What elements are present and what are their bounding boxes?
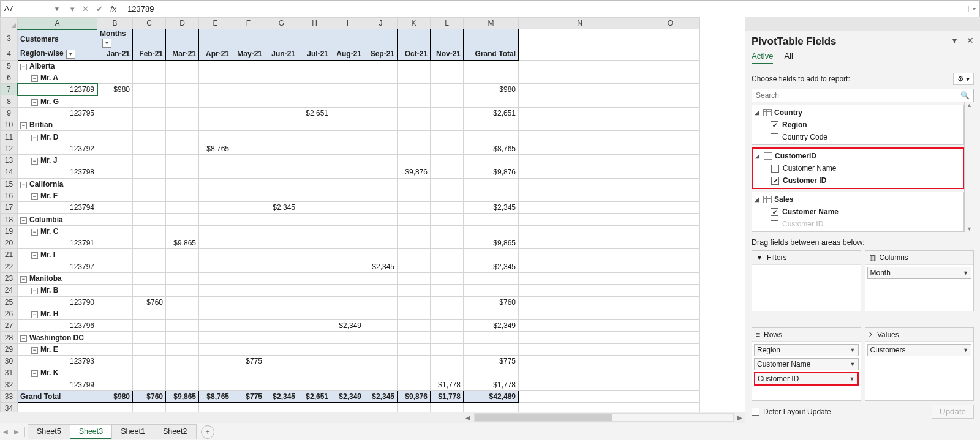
empty-cell[interactable] xyxy=(519,202,641,214)
row-header-9[interactable]: 9 xyxy=(1,107,18,119)
empty-cell[interactable] xyxy=(641,190,700,201)
sheet-tab-sheet3[interactable]: Sheet3 xyxy=(70,424,113,439)
column-header-H[interactable]: H xyxy=(298,18,331,29)
pivot-cell[interactable] xyxy=(97,237,133,249)
pivot-cell[interactable] xyxy=(431,356,464,367)
pivot-customer-Mr. D[interactable]: −Mr. D xyxy=(18,131,97,143)
area-rows[interactable]: ≡ Rows Region▼Customer Name▼Customer ID▼ xyxy=(752,327,861,401)
empty-cell[interactable] xyxy=(641,154,700,166)
pivot-customer-id[interactable]: 123791 xyxy=(18,237,97,249)
pivot-customer-id[interactable]: 123792 xyxy=(18,143,97,154)
checkbox-icon[interactable] xyxy=(771,165,779,173)
row-header-28[interactable]: 28 xyxy=(1,332,18,343)
collapse-icon[interactable]: − xyxy=(20,217,27,224)
field-item-customer id[interactable]: Customer ID xyxy=(753,174,963,187)
pivot-cell[interactable] xyxy=(166,320,199,332)
pivot-cell[interactable] xyxy=(166,107,199,119)
row-header-34[interactable]: 34 xyxy=(1,403,18,412)
pivot-cell[interactable] xyxy=(431,143,464,154)
pivot-cell[interactable] xyxy=(364,320,398,332)
empty-cell[interactable] xyxy=(641,272,700,284)
empty-cell[interactable] xyxy=(519,48,641,60)
empty-cell[interactable] xyxy=(519,261,641,272)
pivot-cell[interactable] xyxy=(232,84,265,95)
row-header-21[interactable]: 21 xyxy=(1,249,18,261)
pivot-row-total[interactable]: $760 xyxy=(464,296,519,308)
update-button[interactable]: Update xyxy=(932,405,974,419)
sheet-tab-sheet5[interactable]: Sheet5 xyxy=(28,424,70,439)
pivot-row-total[interactable]: $980 xyxy=(464,84,519,95)
pivot-customer-Mr. H[interactable]: −Mr. H xyxy=(18,308,97,319)
pivot-customer-Mr. B[interactable]: −Mr. B xyxy=(18,285,97,296)
empty-cell[interactable] xyxy=(641,107,700,119)
spreadsheet-grid[interactable]: ABCDEFGHIJKLMNO3CustomersMonths▼4Region-… xyxy=(0,17,745,423)
pivot-cell[interactable] xyxy=(199,166,232,178)
pivot-region-California[interactable]: −California xyxy=(18,178,97,190)
pivot-cell[interactable] xyxy=(298,143,331,154)
select-all-cell[interactable] xyxy=(1,18,18,29)
pivot-cell[interactable] xyxy=(298,237,331,249)
row-header-7[interactable]: 7 xyxy=(1,84,18,95)
area-columns[interactable]: ▥ Columns Month▼ xyxy=(865,250,974,311)
column-header-M[interactable]: M xyxy=(464,18,519,29)
pivot-cell[interactable] xyxy=(97,261,133,272)
pivot-cell[interactable] xyxy=(232,261,265,272)
field-table-header[interactable]: ◢ Country xyxy=(752,106,963,119)
pivot-cell[interactable] xyxy=(431,261,464,272)
pivot-cell[interactable]: $2,651 xyxy=(298,107,331,119)
pivot-cell[interactable] xyxy=(298,296,331,308)
pivot-cell[interactable] xyxy=(265,356,298,367)
empty-cell[interactable] xyxy=(641,343,700,355)
pivot-cell[interactable] xyxy=(97,320,133,332)
pivot-cell[interactable] xyxy=(364,84,398,95)
row-header-30[interactable]: 30 xyxy=(1,356,18,367)
area-pill-customer name[interactable]: Customer Name▼ xyxy=(754,358,859,370)
empty-cell[interactable] xyxy=(519,131,641,143)
column-header-F[interactable]: F xyxy=(232,18,265,29)
pivot-cell[interactable] xyxy=(97,107,133,119)
pivot-cell[interactable]: $2,345 xyxy=(364,261,398,272)
pane-close-icon[interactable]: ✕ xyxy=(967,35,974,45)
pivot-row-total[interactable]: $9,876 xyxy=(464,166,519,178)
pivot-cell[interactable]: $9,865 xyxy=(166,237,199,249)
pivot-cell[interactable] xyxy=(298,166,331,178)
pivot-cell[interactable] xyxy=(331,166,364,178)
column-header-D[interactable]: D xyxy=(166,18,199,29)
sheet-tab-sheet2[interactable]: Sheet2 xyxy=(154,424,197,439)
pivot-cell[interactable] xyxy=(265,166,298,178)
pivot-cell[interactable] xyxy=(166,166,199,178)
pivot-customer-Mr. K[interactable]: −Mr. K xyxy=(18,367,97,379)
row-header-13[interactable]: 13 xyxy=(1,154,18,166)
pivot-cell[interactable] xyxy=(398,143,431,154)
pivot-cell[interactable] xyxy=(398,202,431,214)
pivot-cell[interactable] xyxy=(133,84,166,95)
empty-cell[interactable] xyxy=(641,178,700,190)
pivot-cell[interactable] xyxy=(232,320,265,332)
pivot-cell[interactable] xyxy=(97,202,133,214)
collapse-icon[interactable]: − xyxy=(31,75,38,82)
pivot-cell[interactable] xyxy=(97,356,133,367)
pivot-customer-id[interactable]: 123793 xyxy=(18,356,97,367)
field-item-customer name[interactable]: Customer Name xyxy=(753,162,963,174)
pivot-cell[interactable] xyxy=(166,379,199,390)
empty-cell[interactable] xyxy=(641,237,700,249)
empty-cell[interactable] xyxy=(519,190,641,201)
expand-icon[interactable]: ◢ xyxy=(755,196,761,203)
column-header-O[interactable]: O xyxy=(641,18,700,29)
pivot-customer-Mr. F[interactable]: −Mr. F xyxy=(18,190,97,201)
pivot-customer-id[interactable]: 123789 xyxy=(18,84,97,95)
collapse-icon[interactable]: − xyxy=(31,158,38,165)
pivot-customer-id[interactable]: 123795 xyxy=(18,107,97,119)
pivot-cell[interactable] xyxy=(199,202,232,214)
dropdown-icon[interactable]: ▼ xyxy=(850,376,855,382)
pivot-cell[interactable] xyxy=(232,379,265,390)
field-table-header[interactable]: ◢ Sales xyxy=(752,193,963,206)
pivot-cell[interactable] xyxy=(166,202,199,214)
pivot-cell[interactable] xyxy=(265,320,298,332)
empty-cell[interactable] xyxy=(641,261,700,272)
field-item-region[interactable]: Region xyxy=(752,119,963,131)
field-table-header[interactable]: ◢ CustomerID xyxy=(753,150,963,162)
row-header-20[interactable]: 20 xyxy=(1,237,18,249)
cancel-icon[interactable]: ✕ xyxy=(82,4,89,13)
collapse-icon[interactable]: − xyxy=(20,64,27,70)
